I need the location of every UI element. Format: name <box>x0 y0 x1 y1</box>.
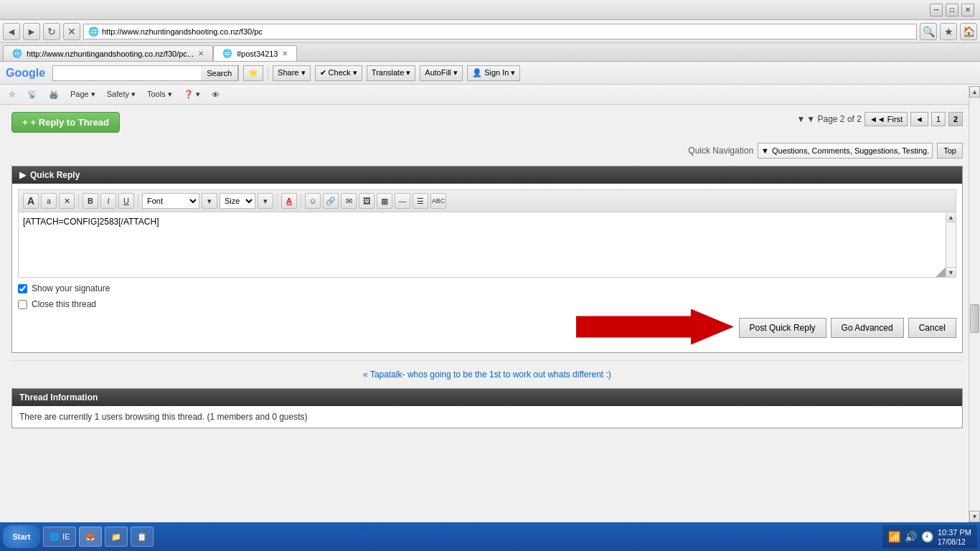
show-signature-checkbox[interactable] <box>18 284 27 293</box>
editor-list-button[interactable]: ☰ <box>413 193 428 209</box>
quick-nav-dropdown-arrow: ▼ <box>761 146 769 155</box>
ie-rss-btn[interactable]: 📡 <box>23 88 42 100</box>
tab-main[interactable]: 🌐 http://www.nzhuntingandshooting.co.nz/… <box>3 45 213 61</box>
tray-clock-icon: 🕙 <box>921 531 933 542</box>
taskbar-explorer-item[interactable]: 📁 <box>105 527 128 547</box>
editor-scrollbar[interactable]: ▲ ▼ <box>946 212 956 277</box>
editor-font-select[interactable]: Font <box>142 193 199 209</box>
editor-size-select[interactable]: Size <box>220 193 255 209</box>
tray-volume-icon[interactable]: 🔊 <box>905 531 917 542</box>
editor-underline-button[interactable]: U <box>118 193 134 209</box>
start-button[interactable]: Start <box>3 525 40 548</box>
tray-datetime[interactable]: 10:37 PM 17/08/12 <box>938 527 971 545</box>
editor-font-dropdown-button[interactable]: ▾ <box>202 193 217 209</box>
tab-anchor[interactable]: 🌐 #post34213 ✕ <box>213 45 298 61</box>
ie-fav-btn[interactable]: ☆ <box>4 88 20 100</box>
url-input[interactable] <box>102 27 912 36</box>
quick-navigation-dropdown[interactable]: ▼ Questions, Comments, Suggestions, Test… <box>758 143 933 159</box>
tab-anchor-close-button[interactable]: ✕ <box>282 50 288 57</box>
tray-network-icon[interactable]: 📶 <box>888 531 900 542</box>
editor-bold-button[interactable]: B <box>83 193 98 209</box>
bookmark-btn[interactable]: ⭐ <box>243 65 263 81</box>
separator-1 <box>268 66 268 80</box>
check-btn[interactable]: ✔ Check ▾ <box>315 65 362 81</box>
thread-info-section: Thread Information There are currently 1… <box>11 388 963 428</box>
editor-italic-button[interactable]: I <box>100 193 116 209</box>
search-button[interactable]: 🔍 <box>920 23 937 40</box>
close-thread-checkbox[interactable] <box>18 300 27 309</box>
editor-smiley-button[interactable]: ☺ <box>305 193 321 209</box>
maximize-button[interactable]: □ <box>946 4 958 17</box>
google-search-input[interactable] <box>53 69 201 77</box>
tab-close-button[interactable]: ✕ <box>198 50 204 57</box>
thread-navigation: « Tapatalk- whos going to be the 1st to … <box>11 360 963 388</box>
editor-size-dropdown-button[interactable]: ▾ <box>258 193 273 209</box>
editor-clear-button[interactable]: ✕ <box>59 193 75 209</box>
scrollbar-up-arrow[interactable]: ▲ <box>969 86 980 98</box>
window-controls[interactable]: ─ □ ✕ <box>930 4 974 17</box>
safety-menu-btn[interactable]: Safety ▾ <box>103 88 140 100</box>
editor-large-a-button[interactable]: A <box>23 193 39 209</box>
editor-table-button[interactable]: ▦ <box>377 193 392 209</box>
taskbar-app-item[interactable]: 📋 <box>131 527 154 547</box>
resize-handle[interactable] <box>936 267 946 277</box>
autofill-btn[interactable]: AutoFill ▾ <box>420 65 463 81</box>
editor-email-button[interactable]: ✉ <box>341 193 357 209</box>
cancel-button[interactable]: Cancel <box>908 318 956 338</box>
top-button[interactable]: Top <box>937 143 963 159</box>
show-signature-row: Show your signature <box>18 283 956 293</box>
editor-small-a-button[interactable]: a <box>41 193 57 209</box>
prev-page-button[interactable]: ◄ <box>910 112 928 126</box>
post-quick-reply-button[interactable]: Post Quick Reply <box>739 318 826 338</box>
home-button[interactable]: 🏠 <box>960 23 977 40</box>
taskbar-ie-item[interactable]: 🌐 IE <box>43 527 76 547</box>
editor-sep-2 <box>138 194 138 208</box>
pagination: ▼ ▼ Page 2 of 2 ◄◄ First ◄ 1 2 <box>796 112 963 126</box>
back-button[interactable]: ◄ <box>3 23 20 40</box>
tools-menu-btn[interactable]: Tools ▾ <box>143 88 176 100</box>
show-signature-label[interactable]: Show your signature <box>32 283 110 293</box>
tray-time: 10:37 PM <box>938 527 971 537</box>
close-button[interactable]: ✕ <box>961 4 974 17</box>
minimize-button[interactable]: ─ <box>930 4 943 17</box>
thread-info-body: There are currently 1 users browsing thi… <box>12 406 962 428</box>
translate-btn[interactable]: Translate ▾ <box>367 65 416 81</box>
editor-image-button[interactable]: 🖼 <box>359 193 374 209</box>
editor-spell-button[interactable]: ABC <box>430 193 446 209</box>
taskbar-firefox-item[interactable]: 🦊 <box>79 527 102 547</box>
page-menu-btn[interactable]: Page ▾ <box>66 88 100 100</box>
quick-reply-title: Quick Reply <box>30 170 80 180</box>
tab-anchor-label: #post34213 <box>237 50 278 58</box>
signin-btn[interactable]: 👤 Sign In ▾ <box>467 65 520 81</box>
editor-textarea[interactable]: [ATTACH=CONFIG]2583[/ATTACH] <box>19 212 956 277</box>
ie-print-btn[interactable]: 🖨️ <box>44 88 63 100</box>
page-dropdown[interactable]: ▼ ▼ Page 2 of 2 <box>796 114 861 124</box>
first-page-button[interactable]: ◄◄ First <box>864 112 908 126</box>
share-btn[interactable]: Share ▾ <box>273 65 310 81</box>
favorites-button[interactable]: ★ <box>940 23 957 40</box>
editor-link-button[interactable]: 🔗 <box>323 193 339 209</box>
page-2-button[interactable]: 2 <box>948 112 963 126</box>
reply-thread-button[interactable]: + + Reply to Thread <box>11 112 120 133</box>
help-menu-btn[interactable]: ❓ ▾ <box>179 88 204 100</box>
editor-area[interactable]: [ATTACH=CONFIG]2583[/ATTACH] ▲ ▼ <box>18 212 956 278</box>
scrollbar-thumb[interactable] <box>970 304 979 333</box>
stop-button[interactable]: ✕ <box>63 23 80 40</box>
google-search-box[interactable]: Search <box>52 65 239 81</box>
google-search-button[interactable]: Search <box>201 65 238 81</box>
quick-reply-triangle-icon: ▶ <box>19 170 26 180</box>
browser-scrollbar[interactable]: ▲ ▼ <box>969 86 980 522</box>
editor-color-button[interactable]: A <box>281 193 297 209</box>
taskbar-app-icon: 📋 <box>137 532 147 542</box>
eye-btn[interactable]: 👁 <box>207 89 224 100</box>
page-1-button[interactable]: 1 <box>931 112 946 126</box>
scrollbar-down-arrow[interactable]: ▼ <box>969 511 980 522</box>
close-thread-label[interactable]: Close this thread <box>32 299 96 309</box>
refresh-button[interactable]: ↻ <box>43 23 60 40</box>
go-advanced-button[interactable]: Go Advanced <box>831 318 904 338</box>
editor-hr-button[interactable]: — <box>395 193 410 209</box>
forward-button[interactable]: ► <box>23 23 40 40</box>
thread-nav-link[interactable]: « Tapatalk- whos going to be the 1st to … <box>363 369 611 380</box>
editor-sep-1 <box>78 194 79 208</box>
address-bar[interactable]: 🌐 <box>83 24 917 39</box>
